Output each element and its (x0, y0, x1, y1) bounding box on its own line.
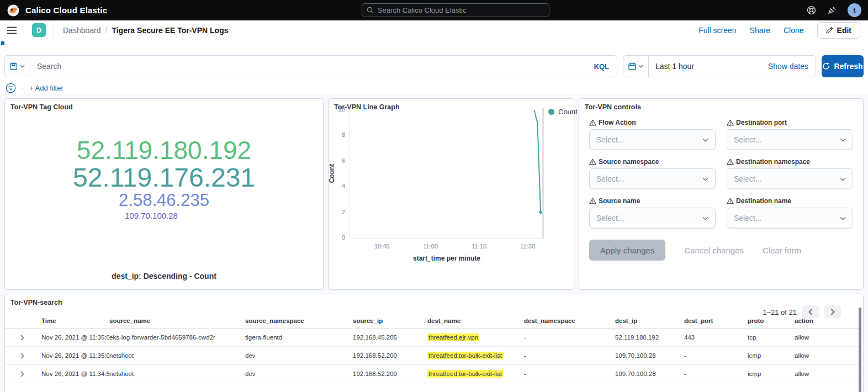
column-header: dest_port (684, 314, 748, 329)
select-placeholder: Select... (596, 135, 624, 144)
cell-proto: tcp (748, 329, 795, 347)
cell-time: Nov 26, 2021 @ 11:35:04.000 (41, 329, 109, 347)
calendar-icon (628, 62, 636, 70)
edit-button[interactable]: Edit (817, 22, 860, 39)
cancel-changes-button[interactable]: Cancel changes (684, 246, 744, 255)
cell-source-ip: 192.168.45.205 (353, 329, 427, 347)
expand-row-icon[interactable] (18, 332, 27, 343)
tag-cloud-word[interactable]: 52.119.180.192 (77, 137, 251, 164)
expand-row-icon[interactable] (18, 351, 27, 361)
show-dates-button[interactable]: Show dates (768, 62, 816, 71)
destination-name-select[interactable]: Select... (727, 208, 853, 229)
cell-source-name: netshoot (109, 365, 245, 383)
x-axis-label: start_time per minute (350, 255, 544, 262)
column-header: dest_ip (615, 314, 684, 329)
clone-link[interactable]: Clone (784, 26, 804, 35)
cell-dest-name: threatfeed.ejr-vpn (427, 329, 524, 347)
kql-search-control: KQL (4, 55, 617, 77)
field-label: Source name (599, 197, 640, 205)
filter-bar: + Add filter (6, 83, 63, 93)
plot-area (350, 108, 544, 239)
column-header: Time (41, 314, 109, 329)
nav-indicator (1, 41, 4, 45)
destination-port-select[interactable]: Select... (727, 129, 853, 150)
search-icon (367, 7, 374, 14)
dashboard-viewport: Tor-VPN Tag Cloud 52.119.180.192 52.119.… (0, 94, 868, 392)
help-icon[interactable] (807, 6, 816, 15)
query-bar: KQL Last 1 hour Show dates Refresh (4, 55, 864, 77)
search-results-table: Time source_name source_namespace source… (5, 314, 860, 383)
expand-row-icon[interactable] (18, 369, 27, 379)
next-page-button[interactable] (824, 305, 841, 319)
tag-cloud-word[interactable]: 2.58.46.235 (119, 192, 209, 209)
full-screen-link[interactable]: Full screen (698, 26, 736, 35)
pagination: 1–21 of 21 (763, 305, 841, 319)
chevron-left-icon (808, 309, 813, 315)
column-header: source_ip (353, 314, 427, 329)
cell-dest-port: - (684, 347, 748, 365)
share-link[interactable]: Share (750, 26, 770, 35)
menu-icon[interactable] (7, 27, 17, 34)
pencil-icon (826, 27, 833, 34)
clear-form-button[interactable]: Clear form (763, 246, 801, 255)
destination-namespace-select[interactable]: Select... (727, 168, 853, 189)
query-search-input[interactable] (30, 62, 586, 71)
x-tick: 10:45 (374, 243, 390, 250)
app-title: Calico Cloud Elastic (25, 6, 107, 15)
chevron-right-icon (830, 309, 835, 315)
add-filter-button[interactable]: + Add filter (29, 84, 63, 92)
previous-page-button[interactable] (802, 305, 819, 319)
cell-action: allow (795, 347, 860, 365)
global-search-input[interactable] (378, 6, 532, 14)
legend-dot (548, 109, 554, 115)
table-scrollbar[interactable] (859, 308, 861, 392)
calico-logo-icon[interactable] (7, 4, 19, 17)
legend-label: Count (558, 108, 578, 116)
save-query-icon (10, 62, 18, 70)
newsfeed-icon[interactable] (827, 6, 837, 15)
source-namespace-select[interactable]: Select... (589, 168, 716, 189)
refresh-button[interactable]: Refresh (822, 55, 864, 77)
column-header: source_name (109, 314, 245, 329)
panel-title: Tor-VPN Tag Cloud (5, 99, 323, 111)
column-header: dest_namespace (524, 314, 615, 329)
cell-source-name: netshoot (109, 347, 245, 365)
select-placeholder: Select... (734, 174, 762, 183)
cell-source-namespace: dev (245, 365, 353, 383)
cell-dest-port: 443 (684, 329, 748, 347)
date-quick-select[interactable] (623, 56, 649, 77)
legend-item-count[interactable]: Count (548, 108, 578, 116)
cell-time: Nov 26, 2021 @ 11:35:04.000 (41, 347, 109, 365)
tag-cloud: 52.119.180.192 52.119.176.231 2.58.46.23… (5, 137, 323, 220)
apply-changes-button[interactable]: Apply changes (589, 240, 665, 261)
cell-dest-ip: 109.70.100.28 (615, 365, 684, 383)
tag-cloud-word[interactable]: 52.119.176.231 (73, 164, 255, 192)
chevron-down-icon (702, 177, 708, 181)
global-search[interactable] (362, 3, 549, 17)
flow-action-select[interactable]: Select... (589, 129, 716, 150)
kql-button[interactable]: KQL (586, 62, 617, 71)
breadcrumb-dashboard[interactable]: Dashboard (63, 26, 101, 35)
cell-dest-name: threatfeed.tor-bulk-exit-list (427, 347, 524, 365)
table-row: Nov 26, 2021 @ 11:35:04.000 eks-log-forw… (5, 329, 860, 347)
field-destination-namespace: Destination namespace Select... (727, 158, 853, 189)
refresh-label: Refresh (834, 62, 862, 71)
user-avatar[interactable]: t (848, 3, 861, 17)
breadcrumb-separator: / (105, 26, 108, 35)
x-tick: 11:15 (472, 243, 486, 250)
chevron-down-icon (840, 216, 846, 220)
panel-tag-cloud: Tor-VPN Tag Cloud 52.119.180.192 52.119.… (4, 98, 324, 290)
table-header-row: Time source_name source_namespace source… (5, 314, 860, 329)
column-header: dest_name (427, 314, 524, 329)
page-title: Tigera Secure EE Tor-VPN Logs (112, 26, 228, 35)
filter-icon[interactable] (6, 83, 16, 93)
select-placeholder: Select... (734, 135, 762, 144)
dashboard-badge[interactable]: D (32, 23, 46, 37)
table-row: Nov 26, 2021 @ 11:34:54.000 netshoot dev… (5, 365, 860, 383)
tag-cloud-word[interactable]: 109.70.100.28 (125, 211, 178, 220)
source-name-select[interactable]: Select... (589, 208, 716, 229)
x-tick: 11:00 (423, 243, 438, 250)
time-range-value[interactable]: Last 1 hour (649, 62, 694, 71)
chevron-down-icon (840, 177, 846, 181)
saved-query-menu[interactable] (5, 56, 30, 77)
